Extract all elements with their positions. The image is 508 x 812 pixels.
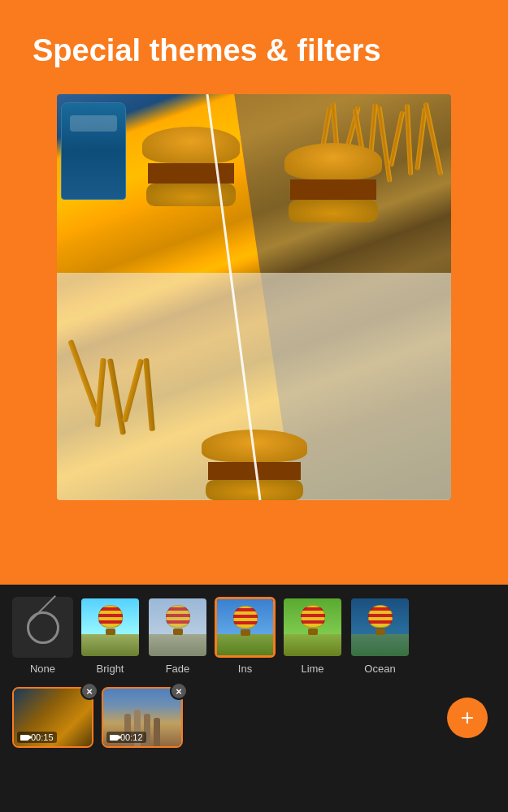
timeline-clip-2[interactable]: 00:12 ×	[102, 687, 183, 748]
preview-image	[57, 94, 451, 500]
clip-2-remove-button[interactable]: ×	[170, 682, 188, 700]
lime-balloon-body	[301, 605, 325, 634]
filter-lime-thumbnail	[282, 597, 343, 658]
filter-fade-label: Fade	[166, 663, 190, 675]
filter-ocean-label: Ocean	[364, 663, 395, 675]
blue-can	[61, 102, 126, 200]
balloon-body	[98, 605, 123, 634]
clip-1-duration: 00:15	[17, 732, 57, 743]
fade-balloon	[149, 598, 206, 656]
ocean-balloon	[351, 598, 409, 656]
filter-item-ocean[interactable]: Ocean	[350, 597, 410, 675]
bottom-burger	[193, 430, 315, 500]
filter-item-lime[interactable]: Lime	[282, 597, 343, 675]
fade-basket	[173, 628, 183, 635]
add-clip-button[interactable]: +	[447, 698, 488, 738]
filter-item-fade[interactable]: Fade	[147, 597, 208, 675]
filter-none-thumbnail	[12, 597, 73, 658]
ins-balloon	[217, 599, 273, 655]
filter-item-ins[interactable]: Ins	[215, 597, 276, 675]
fade-envelope	[166, 605, 190, 628]
burger-area	[138, 127, 386, 273]
fade-balloon-scene	[149, 598, 206, 656]
balloon-basket	[106, 628, 115, 635]
bright-balloon-scene	[81, 598, 139, 656]
filter-ins-thumbnail	[215, 597, 276, 658]
filter-lime-label: Lime	[301, 663, 323, 675]
ocean-balloon-scene	[351, 598, 409, 656]
ins-envelope	[233, 606, 258, 628]
bright-balloon	[81, 598, 139, 656]
header-section: Special themes & filters	[0, 0, 508, 94]
lime-balloon	[284, 598, 341, 656]
ins-basket	[241, 629, 250, 636]
lime-balloon-scene	[284, 598, 341, 656]
ocean-balloon-body	[368, 605, 393, 634]
filter-none-label: None	[30, 663, 55, 675]
filter-fade-thumbnail	[147, 597, 208, 658]
video-icon-2	[110, 735, 118, 741]
filter-bright-label: Bright	[97, 663, 124, 675]
video-icon	[20, 735, 28, 741]
clip-2-duration: 00:12	[106, 732, 146, 743]
no-filter-icon	[27, 611, 59, 644]
controls-bar: None Bright	[0, 585, 508, 812]
page-title: Special themes & filters	[33, 32, 475, 70]
food-content-overlay	[57, 94, 451, 500]
clip-1-remove-button[interactable]: ×	[80, 682, 98, 700]
filter-bright-thumbnail	[80, 597, 141, 658]
filter-item-bright[interactable]: Bright	[80, 597, 141, 675]
ocean-basket	[376, 628, 385, 635]
filter-ins-label: Ins	[238, 663, 252, 675]
ins-balloon-scene	[217, 599, 273, 655]
lime-envelope	[301, 605, 325, 628]
lime-basket	[308, 628, 318, 635]
wrapping-paper	[57, 273, 451, 500]
timeline-clip-1[interactable]: 00:15 ×	[12, 687, 93, 748]
fade-balloon-body	[166, 605, 190, 634]
ins-balloon-body	[233, 606, 258, 635]
filters-row: None Bright	[0, 585, 508, 679]
balloon-envelope	[98, 605, 123, 628]
ocean-envelope	[368, 605, 393, 628]
filter-item-none[interactable]: None	[12, 597, 73, 675]
filter-ocean-thumbnail	[350, 597, 410, 658]
timeline-row: 00:15 ×	[0, 679, 508, 756]
